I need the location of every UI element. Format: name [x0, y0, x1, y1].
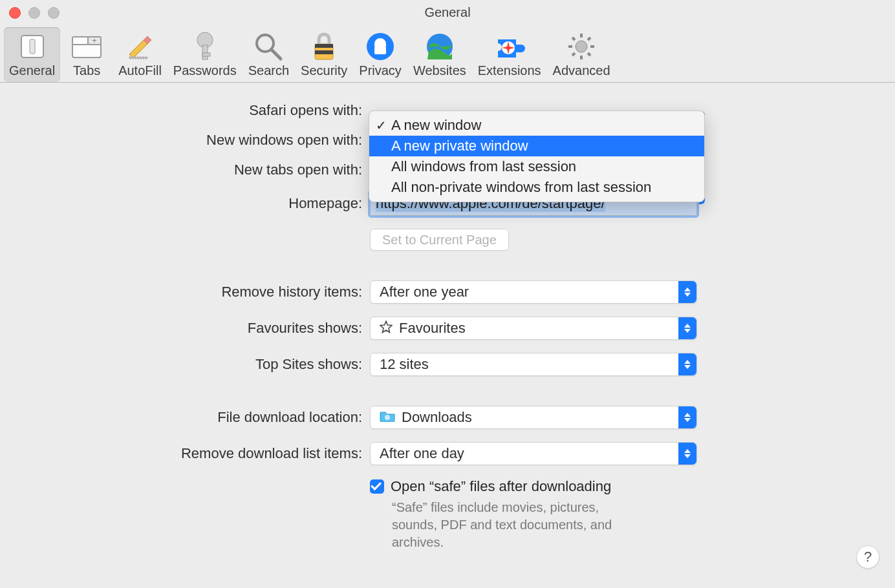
- top-sites-shows-label: Top Sites shows:: [0, 356, 370, 373]
- tabs-icon: +: [71, 31, 102, 62]
- set-to-current-page-button[interactable]: Set to Current Page: [370, 229, 509, 251]
- file-download-location-popup[interactable]: Downloads: [370, 406, 697, 429]
- new-windows-open-with-label: New windows open with:: [0, 132, 370, 149]
- websites-icon: [424, 31, 455, 62]
- open-safe-files-description: “Safe” files include movies, pictures, s…: [392, 499, 638, 551]
- favourites-shows-label: Favourites shows:: [0, 320, 370, 337]
- general-icon: [17, 31, 48, 62]
- svg-rect-9: [202, 45, 208, 59]
- privacy-icon: [365, 31, 396, 62]
- remove-history-value: After one year: [380, 284, 469, 300]
- favourites-shows-value: Favourites: [399, 320, 466, 337]
- updown-arrows-icon: [678, 406, 696, 428]
- remove-download-list-value: After one day: [380, 445, 464, 462]
- svg-rect-3: [72, 37, 88, 45]
- folder-icon: [380, 409, 395, 426]
- titlebar: General: [0, 0, 895, 26]
- security-icon: [308, 31, 340, 62]
- svg-line-12: [272, 50, 281, 59]
- updown-arrows-icon: [678, 317, 696, 339]
- remove-download-list-popup[interactable]: After one day: [370, 442, 697, 465]
- file-download-location-value: Downloads: [402, 409, 472, 426]
- safari-opens-with-menu[interactable]: A new window A new private window All wi…: [369, 110, 705, 202]
- tab-search[interactable]: Search: [243, 27, 294, 82]
- help-button-label: ?: [864, 549, 872, 565]
- svg-rect-15: [315, 50, 333, 54]
- homepage-label: Homepage:: [0, 195, 370, 212]
- close-window-button[interactable]: [9, 7, 21, 19]
- updown-arrows-icon: [678, 353, 696, 375]
- tab-autofill[interactable]: AutoFill: [113, 27, 167, 82]
- menu-option-new-private-window[interactable]: A new private window: [369, 136, 704, 156]
- svg-rect-17: [374, 47, 386, 54]
- svg-text:+: +: [92, 36, 97, 45]
- favourites-shows-popup[interactable]: Favourites: [370, 317, 697, 340]
- new-tabs-open-with-label: New tabs open with:: [0, 162, 370, 178]
- file-download-location-label: File download location:: [0, 409, 370, 426]
- traffic-lights: [9, 7, 59, 19]
- preferences-toolbar: General + Tabs AutoFill Passwords Search: [0, 26, 895, 83]
- star-icon: [380, 320, 393, 337]
- tab-extensions[interactable]: Extensions: [473, 27, 546, 82]
- tab-websites[interactable]: Websites: [408, 27, 471, 82]
- svg-rect-14: [315, 44, 333, 48]
- remove-download-list-label: Remove download list items:: [0, 445, 370, 462]
- zoom-window-button[interactable]: [48, 7, 59, 19]
- top-sites-shows-value: 12 sites: [380, 356, 429, 373]
- remove-history-popup[interactable]: After one year: [370, 280, 697, 304]
- open-safe-files-checkbox[interactable]: Open “safe” files after downloading: [370, 478, 706, 495]
- preferences-window: General General + Tabs AutoFill Password: [0, 0, 895, 588]
- updown-arrows-icon: [678, 281, 696, 303]
- extensions-icon: [494, 31, 525, 62]
- svg-rect-1: [30, 39, 35, 54]
- tab-advanced[interactable]: Advanced: [548, 27, 616, 82]
- window-title: General: [0, 5, 895, 20]
- svg-rect-10: [202, 53, 210, 56]
- tab-passwords[interactable]: Passwords: [168, 27, 242, 82]
- svg-point-20: [576, 41, 587, 52]
- menu-option-all-windows-last-session[interactable]: All windows from last session: [369, 156, 704, 177]
- passwords-icon: [189, 31, 221, 62]
- svg-rect-2: [72, 43, 101, 58]
- search-icon: [253, 31, 284, 62]
- checkbox-checked-icon: [370, 479, 384, 494]
- safari-opens-with-label: Safari opens with:: [0, 102, 370, 119]
- tab-privacy[interactable]: Privacy: [354, 27, 407, 82]
- open-safe-files-label: Open “safe” files after downloading: [391, 478, 611, 495]
- tab-general[interactable]: General: [4, 27, 60, 82]
- minimize-window-button[interactable]: [28, 7, 40, 19]
- updown-arrows-icon: [678, 443, 696, 465]
- top-sites-shows-popup[interactable]: 12 sites: [370, 353, 697, 376]
- tab-security[interactable]: Security: [296, 27, 352, 82]
- menu-option-new-window[interactable]: A new window: [369, 115, 704, 136]
- help-button[interactable]: ?: [856, 545, 879, 569]
- menu-option-non-private-last-session[interactable]: All non-private windows from last sessio…: [369, 177, 704, 198]
- remove-history-label: Remove history items:: [0, 284, 370, 300]
- svg-point-21: [385, 415, 390, 420]
- advanced-icon: [566, 31, 597, 62]
- tab-tabs[interactable]: + Tabs: [61, 27, 112, 82]
- autofill-icon: [125, 31, 156, 62]
